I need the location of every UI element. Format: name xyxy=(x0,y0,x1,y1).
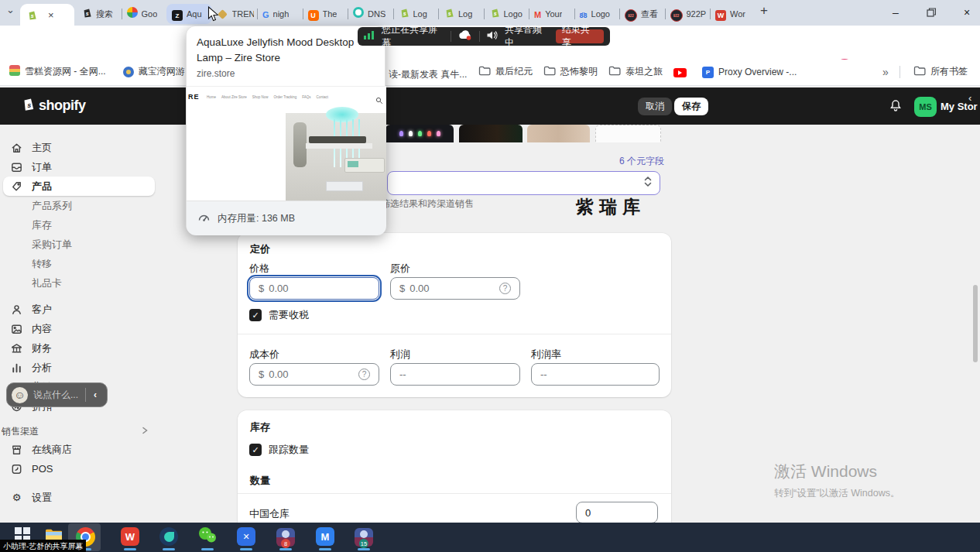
browser-tab-13[interactable]: 922922P xyxy=(665,4,711,24)
sidebar-item-label: 采购订单 xyxy=(32,238,72,252)
chat-placeholder[interactable]: 说点什么... xyxy=(33,389,78,402)
taskbar-teal-circle-app[interactable] xyxy=(159,526,179,547)
taskbar-wps-office[interactable]: W xyxy=(120,526,140,547)
checkbox-checked-icon[interactable]: ✓ xyxy=(249,309,262,321)
bookmark-0[interactable]: 雪糕资源网 - 全网... xyxy=(9,65,106,78)
badge922-icon: 922 xyxy=(670,6,683,22)
cancel-button[interactable]: 取消 xyxy=(638,98,672,115)
compare-price-input[interactable]: $ 0.00 ? xyxy=(390,277,520,300)
help-icon[interactable]: ? xyxy=(499,283,511,294)
media-thumb-beige[interactable] xyxy=(527,125,590,142)
sidebar-item-1[interactable]: 订单 xyxy=(3,157,155,177)
bookmark-1[interactable]: 藏宝湾网游 xyxy=(123,65,185,78)
sidebar-item-6[interactable]: 转移 xyxy=(3,254,155,273)
sidebar-item-settings[interactable]: ⚙ 设置 xyxy=(3,488,155,507)
help-icon[interactable]: ? xyxy=(358,369,370,380)
sales-channels-header[interactable]: 销售渠道 xyxy=(2,423,153,440)
bookmark-folder-3[interactable] xyxy=(673,65,691,78)
sidebar-item-2[interactable]: 产品 xyxy=(3,177,155,196)
quantity-input[interactable]: 0 xyxy=(576,502,658,523)
sidebar-item-4[interactable]: 库存 xyxy=(3,215,155,235)
price-input[interactable]: $ 0.00 xyxy=(249,277,379,300)
browser-tab-10[interactable]: MYour xyxy=(529,4,574,24)
notifications-bell-icon[interactable] xyxy=(889,98,903,115)
sidebar-item-10[interactable]: 财务 xyxy=(3,338,155,358)
bookmark-partial[interactable]: 读-最新发表 真牛... xyxy=(389,68,467,81)
browser-tab-8[interactable]: sLog xyxy=(438,4,484,24)
browser-tab-5[interactable]: UThe xyxy=(303,4,348,24)
stop-sharing-button[interactable]: 结束共享 xyxy=(556,29,604,43)
all-bookmarks-button[interactable]: 所有书签 xyxy=(913,65,968,78)
chevron-left-icon[interactable]: ‹ xyxy=(91,389,99,400)
currency-prefix: $ xyxy=(259,283,264,294)
media-thumb-dark[interactable] xyxy=(459,125,523,142)
product-category-select[interactable] xyxy=(387,171,660,195)
price-value: 0.00 xyxy=(269,283,288,294)
taskbar-app-badge-8[interactable]: 8 xyxy=(276,526,296,547)
cost-input[interactable]: $ 0.00 ? xyxy=(249,363,379,386)
browser-tab-11[interactable]: 8̈8Logo xyxy=(574,4,620,24)
browser-tab-4[interactable]: Gnigh xyxy=(257,4,303,24)
window-restore-button[interactable] xyxy=(920,0,943,25)
store-name[interactable]: My Store xyxy=(941,101,978,112)
tab-search-chevron-icon[interactable]: ⌄ xyxy=(6,4,15,15)
settings-row: ⚙ 设置 xyxy=(3,488,155,507)
shopify-logo[interactable]: s shopify xyxy=(21,96,86,115)
track-quantity-checkbox-row[interactable]: ✓ 跟踪数量 xyxy=(249,443,309,457)
sidebar-item-8[interactable]: 客户 xyxy=(3,300,155,319)
browser-tab-9[interactable]: sLogo xyxy=(484,4,529,24)
windows-activation-watermark: 激活 Windows 转到“设置”以激活 Windows。 xyxy=(774,461,900,500)
window-minimize-button[interactable]: – xyxy=(884,0,907,25)
taskbar-blue-m-app[interactable]: M xyxy=(315,526,335,547)
location-label: 中国仓库 xyxy=(249,507,290,521)
browser-tab-14[interactable]: WWor xyxy=(710,4,756,24)
product-photo xyxy=(286,113,386,201)
lark-icon xyxy=(159,527,178,546)
bookmark-folder-4[interactable]: PProxy Overview -... xyxy=(702,65,797,78)
sidebar-item-3[interactable]: 产品系列 xyxy=(3,196,155,215)
browser-tab-2[interactable]: ZAqu xyxy=(166,4,212,24)
browser-tab-1[interactable]: Goo xyxy=(122,4,167,24)
browser-tab-7[interactable]: sLog xyxy=(393,4,439,24)
bookmarks-overflow-icon[interactable]: » xyxy=(882,66,889,78)
browser-tab-12[interactable]: 922查看 xyxy=(619,4,665,24)
metafields-link[interactable]: 6 个元字段 xyxy=(542,155,664,168)
browser-tab-0[interactable]: s搜索 xyxy=(76,4,122,24)
browser-tab-6[interactable]: DNS xyxy=(348,4,393,24)
scrollbar-thumb[interactable] xyxy=(973,285,978,362)
store-avatar[interactable]: MS xyxy=(914,97,937,117)
channel-item-0[interactable]: 在线商店 xyxy=(3,440,153,459)
bookmark-folder-2[interactable]: 泰坦之旅 xyxy=(608,65,663,78)
collapse-chevron-icon[interactable]: ‹ xyxy=(968,92,971,104)
active-browser-tab[interactable]: s × xyxy=(20,4,74,26)
media-thumb-jellyfish-colors[interactable] xyxy=(385,125,454,142)
assistant-chat-widget[interactable]: ☺ 说点什么... ‹ xyxy=(6,382,108,407)
sidebar-item-9[interactable]: 内容 xyxy=(3,319,155,338)
sidebar-item-5[interactable]: 采购订单 xyxy=(3,235,155,254)
analytics-icon xyxy=(10,361,23,375)
tab-close-icon[interactable]: × xyxy=(48,10,54,20)
margin-input[interactable]: -- xyxy=(531,363,660,386)
sidebar-item-label: 分析 xyxy=(32,361,52,375)
bookmark-folder-1[interactable]: 恐怖黎明 xyxy=(543,65,598,78)
media-thumb-add-slot[interactable] xyxy=(595,125,661,142)
new-tab-button[interactable]: + xyxy=(760,3,768,19)
profit-input[interactable]: -- xyxy=(390,363,520,386)
window-close-button[interactable]: × xyxy=(955,0,978,25)
settings-label: 设置 xyxy=(32,491,52,505)
bookmark-folder-0[interactable]: 最后纪元 xyxy=(478,65,533,78)
preview-url: zire.store xyxy=(197,68,235,79)
channel-item-1[interactable]: POS xyxy=(3,459,153,478)
sidebar-item-7[interactable]: 礼品卡 xyxy=(3,273,155,293)
sidebar-item-label: 内容 xyxy=(32,322,52,336)
checkbox-checked-icon[interactable]: ✓ xyxy=(249,444,262,456)
taskbar-app-badge-15[interactable]: 15 xyxy=(354,526,374,547)
taskbar-blue-x-app[interactable]: ✕ xyxy=(236,526,256,547)
taskbar-wechat[interactable] xyxy=(197,526,218,547)
tab-label: Logo xyxy=(504,9,523,19)
save-button[interactable]: 保存 xyxy=(674,98,708,115)
sidebar-item-11[interactable]: 分析 xyxy=(3,358,155,377)
tab-label: Your xyxy=(545,9,562,19)
tax-checkbox-row[interactable]: ✓ 需要收税 xyxy=(249,308,309,322)
sidebar-item-0[interactable]: 主页 xyxy=(3,138,155,157)
